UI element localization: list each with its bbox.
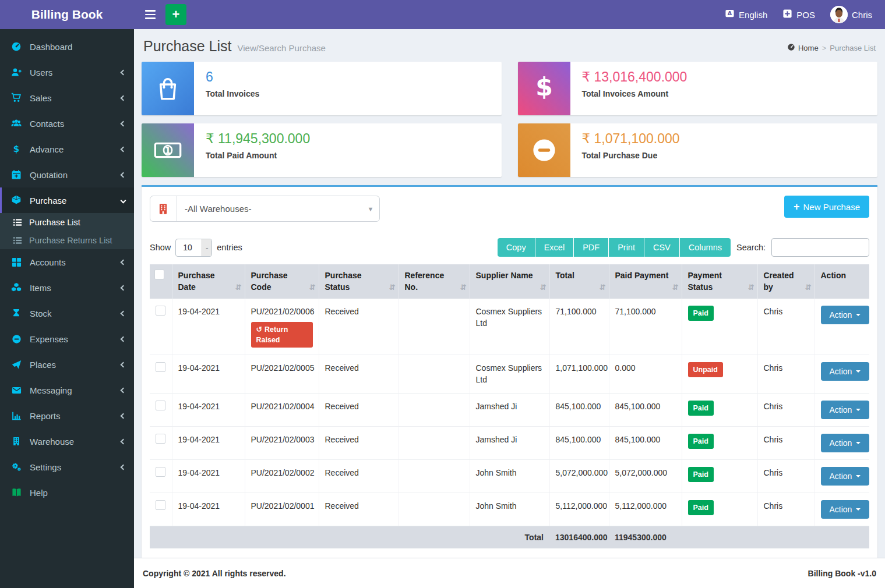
action-cell: Action xyxy=(815,459,869,493)
plus-icon: + xyxy=(172,8,180,21)
supplier-cell: Jamshed Ji xyxy=(470,426,549,459)
sidebar-item-quotation[interactable]: Quotation xyxy=(0,162,134,187)
purchase-status-cell: Received xyxy=(319,493,399,526)
sidebar-item-warehouse[interactable]: Warehouse xyxy=(0,428,134,454)
shopping-bag-icon xyxy=(142,62,194,115)
sidebar-item-advance[interactable]: $ Advance xyxy=(0,136,134,162)
col-created-by[interactable]: Created by⇵ xyxy=(757,264,815,299)
sidebar-item-dashboard[interactable]: Dashboard xyxy=(0,34,134,59)
purchase-date-cell: 19-04-2021 xyxy=(172,459,245,493)
breadcrumb: Home > Purchase List xyxy=(787,43,876,53)
col-payment-status[interactable]: Payment Status⇵ xyxy=(682,264,757,299)
row-checkbox[interactable] xyxy=(156,306,165,316)
sidebar-toggle-button[interactable] xyxy=(137,0,163,29)
sort-icon[interactable]: ⇵ xyxy=(540,282,546,293)
select-all-checkbox[interactable] xyxy=(154,270,164,279)
export-excel-button[interactable]: Excel xyxy=(535,238,573,257)
export-print-button[interactable]: Print xyxy=(609,238,644,257)
col-paid-payment[interactable]: Paid Payment⇵ xyxy=(609,264,682,299)
app-brand[interactable]: Billing Book xyxy=(0,0,134,29)
table-row: 19-04-2021 PU/2021/02/0001 Received John… xyxy=(150,493,869,526)
action-button[interactable]: Action xyxy=(821,362,870,381)
export-pdf-button[interactable]: PDF xyxy=(574,238,608,257)
paid-cell: 845,100.000 xyxy=(609,426,682,459)
sort-icon[interactable]: ⇵ xyxy=(805,282,812,293)
col-total[interactable]: Total⇵ xyxy=(549,264,609,299)
chevron-down-icon xyxy=(121,197,126,203)
total-cell: 1,071,100.000 xyxy=(549,355,609,394)
col-purchase-code[interactable]: Purchase Code⇵ xyxy=(245,264,319,299)
sort-icon[interactable]: ⇵ xyxy=(389,282,396,293)
sidebar-item-places[interactable]: Places xyxy=(0,352,134,377)
sidebar-item-settings[interactable]: Settings xyxy=(0,454,134,480)
page-footer: Copyright © 2021 All rights reserved. Bi… xyxy=(134,558,885,588)
table-row: 19-04-2021 PU/2021/02/0006 ↺Return Raise… xyxy=(150,299,869,355)
sidebar-item-purchase-returns-list[interactable]: Purchase Returns List xyxy=(0,231,134,249)
export-copy-button[interactable]: Copy xyxy=(498,238,535,257)
main-content: Purchase List View/Search Purchase Home … xyxy=(134,29,885,588)
sidebar-item-purchase-list[interactable]: Purchase List xyxy=(0,213,134,231)
action-button[interactable]: Action xyxy=(821,401,870,419)
row-checkbox[interactable] xyxy=(156,500,165,510)
undo-icon: ↺ xyxy=(256,325,262,334)
sidebar-item-help[interactable]: Help xyxy=(0,480,134,505)
action-button[interactable]: Action xyxy=(821,467,870,486)
export-csv-button[interactable]: CSV xyxy=(644,238,679,257)
action-button[interactable]: Action xyxy=(821,434,870,452)
col-purchase-status[interactable]: Purchase Status⇵ xyxy=(319,264,399,299)
sidebar-item-stock[interactable]: Stock xyxy=(0,300,134,326)
sidebar-item-sales[interactable]: Sales xyxy=(0,85,134,111)
row-checkbox[interactable] xyxy=(156,434,165,444)
sidebar-item-expenses[interactable]: Expenses xyxy=(0,326,134,352)
paid-cell: 71,100.000 xyxy=(609,299,682,355)
status-badge: Paid xyxy=(688,500,714,515)
sidebar-item-users[interactable]: Users xyxy=(0,59,134,85)
supplier-cell: John Smith xyxy=(470,459,549,493)
caret-down-icon xyxy=(856,475,861,477)
export-columns-button[interactable]: Columns xyxy=(680,238,731,257)
purchase-code-cell: PU/2021/02/0005 xyxy=(245,355,319,394)
sort-icon[interactable]: ⇵ xyxy=(309,282,316,293)
stat-card-total-invoices-amount: $ ₹ 13,016,400.000 Total Invoices Amount xyxy=(518,62,878,115)
minus-circle-icon xyxy=(518,123,570,177)
row-checkbox[interactable] xyxy=(156,362,165,372)
sidebar-item-purchase[interactable]: Purchase xyxy=(0,187,134,213)
plus-square-icon xyxy=(782,9,792,20)
language-icon: A xyxy=(725,9,735,20)
quick-add-button[interactable]: + xyxy=(165,4,186,25)
page-size-select[interactable]: 10 xyxy=(175,239,212,257)
sort-icon[interactable]: ⇵ xyxy=(600,282,606,293)
search-input[interactable] xyxy=(771,238,869,257)
dollar-sign-icon: $ xyxy=(518,62,570,115)
user-menu[interactable]: Chris xyxy=(830,6,872,23)
sort-icon[interactable]: ⇵ xyxy=(235,282,242,293)
action-button[interactable]: Action xyxy=(821,500,870,519)
warehouse-filter-select[interactable]: -All Warehouses- ▼ xyxy=(150,196,380,222)
col-supplier-name[interactable]: Supplier Name⇵ xyxy=(470,264,549,299)
sidebar-item-contacts[interactable]: Contacts xyxy=(0,111,134,136)
sidebar-item-accounts[interactable]: Accounts xyxy=(0,249,134,275)
plus-icon: + xyxy=(794,201,800,213)
col-reference-no[interactable]: Reference No.⇵ xyxy=(399,264,470,299)
action-cell: Action xyxy=(815,355,869,394)
purchase-code-cell: PU/2021/02/0006 ↺Return Raised xyxy=(245,299,319,355)
sort-icon[interactable]: ⇵ xyxy=(672,282,679,293)
action-button[interactable]: Action xyxy=(821,306,870,324)
svg-text:A: A xyxy=(728,10,732,16)
created-by-cell: Chris xyxy=(757,393,815,426)
new-purchase-button[interactable]: + New Purchase xyxy=(784,196,869,218)
row-checkbox[interactable] xyxy=(156,401,165,410)
sidebar-item-messaging[interactable]: Messaging xyxy=(0,377,134,403)
page-subtitle: View/Search Purchase xyxy=(237,43,325,53)
row-checkbox[interactable] xyxy=(156,467,165,477)
breadcrumb-home-link[interactable]: Home xyxy=(787,43,819,53)
warehouse-filter-value: -All Warehouses- xyxy=(177,196,362,221)
sidebar-item-reports[interactable]: Reports xyxy=(0,403,134,428)
sidebar-item-items[interactable]: Items xyxy=(0,275,134,300)
sort-icon[interactable]: ⇵ xyxy=(748,282,754,293)
pos-button[interactable]: POS xyxy=(782,9,815,20)
svg-text:1: 1 xyxy=(165,146,171,156)
col-purchase-date[interactable]: Purchase Date⇵ xyxy=(172,264,245,299)
language-menu[interactable]: A English xyxy=(725,9,767,20)
sort-icon[interactable]: ⇵ xyxy=(460,282,467,293)
